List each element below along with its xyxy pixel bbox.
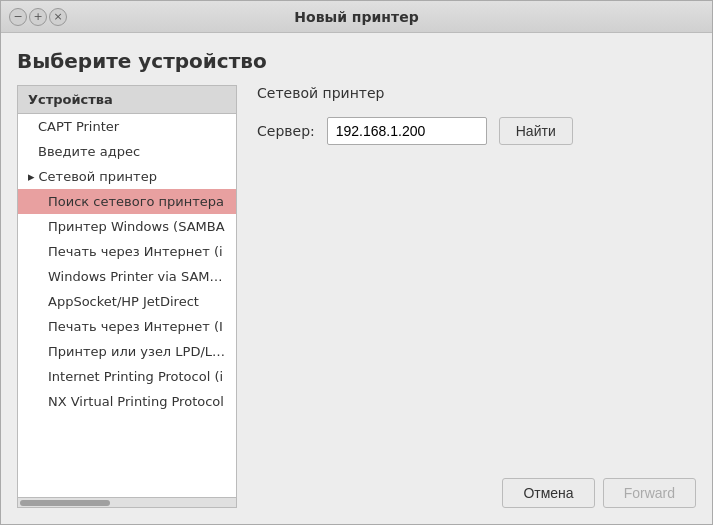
server-row: Сервер: Найти [257, 117, 696, 145]
sidebar-item-windows-printer-samba2[interactable]: Windows Printer via SAMBA [18, 264, 236, 289]
sidebar-list[interactable]: CAPT Printer Введите адрес ▸ Сетевой при… [18, 114, 236, 497]
sidebar-item-nx-virtual[interactable]: NX Virtual Printing Protocol [18, 389, 236, 414]
close-button[interactable]: × [49, 8, 67, 26]
cancel-button[interactable]: Отмена [502, 478, 594, 508]
maximize-button[interactable]: + [29, 8, 47, 26]
main-panel: Сетевой принтер Сервер: Найти Отмена For… [237, 85, 696, 508]
section-title: Сетевой принтер [257, 85, 696, 101]
device-sidebar: Устройства CAPT Printer Введите адрес ▸ … [17, 85, 237, 508]
bottom-bar: Отмена Forward [257, 466, 696, 508]
minimize-button[interactable]: − [9, 8, 27, 26]
scrollbar-thumb [20, 500, 110, 506]
page-title: Выберите устройство [17, 49, 696, 73]
sidebar-item-capt-printer[interactable]: CAPT Printer [18, 114, 236, 139]
forward-button[interactable]: Forward [603, 478, 696, 508]
content-area: Устройства CAPT Printer Введите адрес ▸ … [17, 85, 696, 508]
sidebar-header: Устройства [18, 86, 236, 114]
sidebar-item-network-printer-search[interactable]: Поиск сетевого принтера [18, 189, 236, 214]
sidebar-item-enter-address[interactable]: Введите адрес [18, 139, 236, 164]
sidebar-item-lpd-lpr[interactable]: Принтер или узел LPD/LPR [18, 339, 236, 364]
window-body: Выберите устройство Устройства CAPT Prin… [1, 33, 712, 524]
find-button[interactable]: Найти [499, 117, 573, 145]
arrow-icon: ▸ [28, 169, 35, 184]
sidebar-item-windows-printer-samba[interactable]: Принтер Windows (SAMBA [18, 214, 236, 239]
sidebar-item-appsocket-hp[interactable]: AppSocket/HP JetDirect [18, 289, 236, 314]
titlebar: − + × Новый принтер [1, 1, 712, 33]
sidebar-item-print-via-internet-i[interactable]: Печать через Интернет (i [18, 239, 236, 264]
sidebar-scrollbar[interactable] [18, 497, 236, 507]
sidebar-item-ipp[interactable]: Internet Printing Protocol (i [18, 364, 236, 389]
sidebar-item-network-printer-group[interactable]: ▸ Сетевой принтер [18, 164, 236, 189]
titlebar-left: − + × [9, 8, 69, 26]
sidebar-item-print-via-internet-b[interactable]: Печать через Интернет (I [18, 314, 236, 339]
main-window: − + × Новый принтер Выберите устройство … [0, 0, 713, 525]
window-title: Новый принтер [69, 9, 644, 25]
server-input[interactable] [327, 117, 487, 145]
server-label: Сервер: [257, 123, 315, 139]
